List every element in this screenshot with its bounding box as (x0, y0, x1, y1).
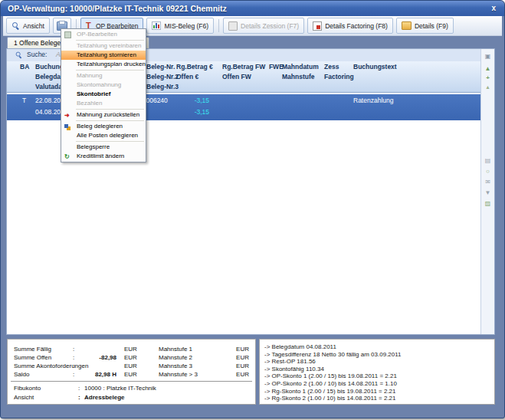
menu-item-beleg-delegieren[interactable]: Beleg delegieren (61, 122, 146, 131)
zoom-icon[interactable]: ○ (483, 167, 493, 176)
summary-label: Summe Fällig (14, 346, 51, 353)
col-factoring[interactable]: Factoring (324, 72, 354, 82)
menu-item-mahnung: Mahnung (61, 71, 146, 80)
menu-item-skontobrief[interactable]: Skontobrief (61, 90, 146, 99)
details-zession-button: Details Zession (F7) (223, 18, 304, 34)
refresh-green-icon: ↻ (64, 153, 71, 160)
menu-item-belegsperre[interactable]: Belegsperre (61, 143, 146, 152)
summary-value: -82,98 (78, 354, 116, 361)
mahnstufe-label: Mahnstufe 2 (159, 354, 192, 361)
export-icon[interactable]: ▨ (483, 199, 493, 208)
details-label: Details (F9) (415, 22, 448, 30)
menu-item-skontomahnung: Skontomahnung (61, 80, 146, 90)
mis-beleg-button[interactable]: MIS-Beleg (F6) (146, 18, 214, 34)
summary-label: Summe Offen (14, 354, 51, 361)
app-window: OP-Verwaltung: 10000/Platzke IT-Technik … (0, 0, 505, 418)
col-buchungstext[interactable]: Buchungstext (353, 62, 397, 72)
menu-item-label: Teilzahlung vereinbaren (77, 42, 142, 49)
col-offen[interactable]: Offen € (176, 72, 198, 82)
zession-icon (228, 21, 238, 31)
menu-item-label: Beleg delegieren (77, 123, 123, 130)
close-button[interactable]: x (491, 1, 496, 15)
download-icon[interactable]: ▼ (483, 189, 493, 197)
ansicht-row-colon: : (78, 394, 80, 401)
menu-item-label: Bezahlen (77, 100, 102, 107)
summary-divider (11, 381, 252, 382)
ansicht-button[interactable]: Ansicht (6, 18, 50, 34)
col-beleg-nr3[interactable]: Beleg-Nr.3 (146, 82, 179, 92)
menu-item-label: OP-Bearbeiten (77, 31, 117, 38)
menu-item-label: Teilzahlung stornieren (77, 51, 136, 58)
details-factoring-label: Details Factoring (F8) (325, 22, 388, 30)
menu-item-label: Kreditlimit ändern (77, 153, 124, 159)
fibukonto-label: Fibukonto (14, 385, 41, 392)
details-icon (402, 21, 412, 30)
menu-item-mahnung-zurueckstellen[interactable]: ➜ Mahnung zurückstellen (61, 110, 146, 120)
window-title: OP-Verwaltung: 10000/Platzke IT-Technik … (8, 4, 227, 13)
plus-icon[interactable]: + (483, 74, 493, 82)
menu-item-label: Mahnung (77, 72, 102, 79)
summary-colon: : (73, 363, 74, 369)
view-magnifier-icon (11, 21, 20, 30)
menu-item-teilzahlung-vereinbaren: Teilzahlung vereinbaren (61, 41, 146, 51)
menu-item-op-bearbeiten: OP-Bearbeiten (61, 30, 146, 39)
menu-item-teilzahlung-stornieren[interactable]: Teilzahlung stornieren (61, 51, 146, 60)
skonto-info-panel: -> Belegdatum 04.08.2011 -> Tagesdiffere… (259, 339, 495, 405)
summary-label: Summe Akontoforderungen (14, 363, 88, 369)
row-ba: T (22, 97, 26, 104)
ansicht-row-value: Adressbelege (84, 394, 124, 401)
toolbar-separator (218, 19, 219, 32)
menu-item-label: Skontobrief (77, 90, 110, 97)
menu-separator (76, 109, 144, 110)
info-line: -> Rest-OP 181.56 (264, 358, 490, 366)
col-mahnstufe[interactable]: Mahnstufe (282, 72, 315, 82)
row-offen: -3,15 (160, 108, 209, 116)
info-line: -> OP-Skonto 2 (1.00 / 10) bis 14.08.201… (264, 380, 490, 388)
details-button[interactable]: Details (F9) (396, 18, 454, 34)
tab-offene-belege[interactable]: 1 Offene Belege (7, 37, 67, 48)
summary-currency: EUR (124, 354, 137, 361)
details-factoring-button[interactable]: Details Factoring (F8) (307, 18, 393, 34)
summary-colon: : (73, 354, 74, 361)
col-rg-betrag[interactable]: Rg.Betrag € (176, 62, 213, 72)
collapse-up-icon[interactable]: ▲ (483, 64, 493, 73)
info-line: -> OP-Skonto 1 (2.00 / 15) bis 19.08.201… (264, 372, 490, 380)
document-icon[interactable]: ▤ (483, 156, 493, 165)
fibukonto-value: 10000 : Platzke IT-Technik (84, 385, 156, 392)
op-bearbeiten-dropdown-menu: OP-Bearbeiten Teilzahlung vereinbaren Te… (61, 28, 146, 162)
copy-pages-icon[interactable]: ▣ (483, 52, 493, 61)
mail-icon[interactable]: ✉ (483, 178, 493, 186)
col-beleg-nr[interactable]: Beleg-Nr. (146, 62, 175, 72)
menu-item-alle-posten-delegieren[interactable]: Alle Posten delegieren (61, 131, 146, 140)
summary-colon: : (73, 371, 74, 378)
col-zess[interactable]: Zess (324, 62, 339, 72)
info-line: -> Rg-Skonto 2 (1.00 / 10) bis 14.08.201… (264, 395, 490, 402)
mahnstufe-currency: EUR (236, 371, 249, 378)
menu-separator (76, 70, 144, 71)
col-offen-fw[interactable]: Offen FW (222, 72, 251, 82)
summary-currency: EUR (124, 346, 137, 353)
search-label: Suche: (27, 51, 47, 58)
mahnstufe-currency: EUR (236, 363, 249, 369)
col-beleg-nr2[interactable]: Beleg-Nr.2 (146, 72, 179, 82)
summary-value: 82,98 H (78, 371, 116, 378)
menu-separator (76, 40, 144, 41)
menu-item-label: Alle Posten delegieren (77, 132, 138, 139)
menu-item-bezahlen: Bezahlen (61, 99, 146, 108)
edit-icon (64, 31, 71, 38)
row-buchungstext: Ratenzahlung (353, 97, 393, 104)
ansicht-row-label: Ansicht (14, 394, 34, 401)
col-mahndatum[interactable]: Mahndatum (282, 62, 319, 72)
menu-item-label: Skontomahnung (77, 81, 121, 88)
info-line: -> Skontofähig 110.34 (264, 366, 490, 373)
mahnstufe-label: Mahnstufe > 3 (159, 371, 198, 378)
summary-label: Saldo (14, 371, 29, 378)
menu-item-label: Belegsperre (77, 143, 110, 150)
triangle-up-icon[interactable]: ▴ (483, 83, 493, 91)
menu-item-kreditlimit-aendern[interactable]: ↻ Kreditlimit ändern (61, 152, 146, 161)
menu-item-teilzahlungsplan-drucken[interactable]: Teilzahlungsplan drucken (61, 60, 146, 69)
row-rg-betrag: -3,15 (160, 97, 209, 104)
col-rg-betrag-fw[interactable]: Rg.Betrag FW FWE (222, 62, 284, 72)
summary-currency: EUR (124, 371, 137, 378)
col-ba[interactable]: BA (20, 62, 29, 72)
